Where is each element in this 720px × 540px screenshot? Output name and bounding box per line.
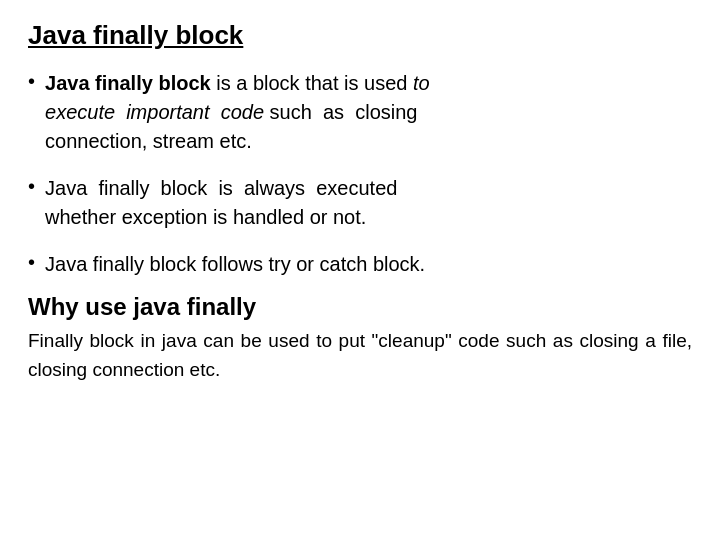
bullet-1-text: Java finally block is a block that is us…	[45, 69, 430, 156]
bullet-1-section: • Java finally block is a block that is …	[28, 69, 692, 156]
page-container: Java finally block • Java finally block …	[0, 0, 720, 540]
bullet-2-section: • Java finally block is always executed …	[28, 174, 692, 232]
finally-description: Finally block in java can be used to put…	[28, 327, 692, 384]
why-section: Why use java finally Finally block in ja…	[28, 293, 692, 384]
bullet-1-marker: •	[28, 70, 35, 93]
bullet-1-to: to	[413, 72, 430, 94]
bullet-1-bold: Java finally block	[45, 72, 211, 94]
bullet-1-italic: execute important code	[45, 101, 264, 123]
bullet-2-marker: •	[28, 175, 35, 198]
page-title: Java finally block	[28, 20, 692, 51]
why-title: Why use java finally	[28, 293, 692, 321]
bullet-3-marker: •	[28, 251, 35, 274]
bullet-3-text: Java finally block follows try or catch …	[45, 250, 425, 279]
bullet-3-section: • Java finally block follows try or catc…	[28, 250, 692, 279]
bullet-2-text: Java finally block is always executed wh…	[45, 174, 397, 232]
